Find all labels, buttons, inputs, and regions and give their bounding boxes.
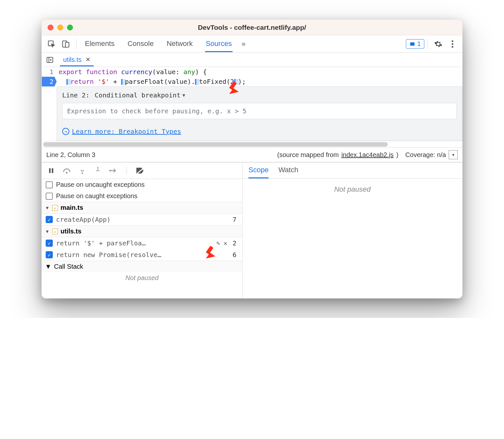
chevron-down-icon: ▼ xyxy=(45,229,50,234)
toolbar-divider xyxy=(127,167,127,174)
pause-uncaught-row[interactable]: Pause on uncaught exceptions xyxy=(42,179,242,190)
cursor-position: Line 2, Column 3 xyxy=(46,151,95,159)
devtools-window: DevTools - coffee-cart.netlify.app/ Elem… xyxy=(41,19,463,298)
tab-console[interactable]: Console xyxy=(127,36,155,52)
breakpoint-condition-input[interactable] xyxy=(62,103,457,119)
checkbox-unchecked-icon[interactable] xyxy=(46,193,53,200)
debugger-left-pane: Pause on uncaught exceptions Pause on ca… xyxy=(42,163,243,298)
svg-point-4 xyxy=(452,40,453,42)
annotation-arrow-icon xyxy=(226,81,244,98)
annotation-arrow-icon xyxy=(203,245,221,263)
chevron-down-icon: ▼ xyxy=(45,263,52,270)
chevron-down-icon: ▼ xyxy=(182,93,185,98)
inspect-element-icon[interactable] xyxy=(46,38,57,50)
breakpoint-editor: Line 2: Conditional breakpoint ▼ → Learn… xyxy=(57,86,462,141)
close-icon[interactable]: ✕ xyxy=(86,56,90,63)
svg-point-13 xyxy=(82,173,83,174)
show-navigator-button[interactable] xyxy=(44,54,55,65)
remove-breakpoint-icon[interactable]: ✕ xyxy=(223,239,227,247)
scope-not-paused: Not paused xyxy=(334,185,371,194)
gutter-line-2-breakpoint[interactable]: 2 xyxy=(42,77,57,86)
pause-button[interactable] xyxy=(46,165,57,176)
code-line-2: 2 return '$' + parseFloat(value).toFixed… xyxy=(42,77,462,86)
step-button[interactable] xyxy=(108,165,119,176)
step-over-button[interactable] xyxy=(61,165,72,176)
tab-scope[interactable]: Scope xyxy=(248,166,269,178)
checkbox-unchecked-icon[interactable] xyxy=(46,181,53,188)
breakpoint-group: ▼ ⬨ main.ts ✓ createApp(App) 7 xyxy=(42,202,242,225)
debugger-right-pane: Scope Watch Not paused xyxy=(243,163,462,298)
file-icon: ⬨ xyxy=(52,229,58,234)
toolbar-divider xyxy=(428,39,428,49)
gutter-line-1[interactable]: 1 xyxy=(42,67,57,77)
device-mode-icon[interactable] xyxy=(60,38,72,50)
scope-body: Not paused xyxy=(243,179,462,298)
issues-chip[interactable]: 1 xyxy=(406,39,424,49)
svg-marker-9 xyxy=(50,59,52,61)
checkbox-checked-icon[interactable]: ✓ xyxy=(46,216,53,223)
svg-point-6 xyxy=(452,46,453,48)
tab-elements[interactable]: Elements xyxy=(84,36,115,52)
right-pane-tabs: Scope Watch xyxy=(243,163,462,179)
toolbar-divider xyxy=(76,39,76,49)
svg-rect-7 xyxy=(47,57,53,62)
tab-watch[interactable]: Watch xyxy=(278,166,298,178)
checkbox-checked-icon[interactable]: ✓ xyxy=(46,240,53,247)
step-into-button[interactable] xyxy=(77,165,88,176)
source-map-suffix: ) xyxy=(396,151,398,159)
issues-count: 1 xyxy=(417,40,421,48)
step-out-button[interactable] xyxy=(92,165,103,176)
fullscreen-window-button[interactable] xyxy=(67,25,73,30)
svg-point-5 xyxy=(452,43,453,45)
code-line-1: 1 export function currency(value: any) { xyxy=(42,67,462,77)
svg-rect-10 xyxy=(49,168,51,173)
breakpoints-pane: Pause on uncaught exceptions Pause on ca… xyxy=(42,179,242,298)
minimize-window-button[interactable] xyxy=(57,25,63,30)
editor-statusbar: Line 2, Column 3 (source mapped from ind… xyxy=(42,147,462,162)
horizontal-scrollbar[interactable] xyxy=(42,141,462,147)
file-icon: ⬨ xyxy=(52,205,58,211)
checkbox-checked-icon[interactable]: ✓ xyxy=(46,251,53,258)
svg-rect-3 xyxy=(410,42,415,46)
arrow-right-circle-icon: → xyxy=(62,128,69,135)
breakpoint-group-header[interactable]: ▼ ⬨ utils.ts xyxy=(42,225,242,237)
more-tabs-button[interactable]: » xyxy=(242,40,246,48)
svg-point-14 xyxy=(97,167,99,169)
breakpoint-item[interactable]: ✓ createApp(App) 7 xyxy=(42,214,242,225)
svg-point-12 xyxy=(66,172,67,174)
code-editor[interactable]: 1 export function currency(value: any) {… xyxy=(42,67,462,141)
deactivate-breakpoints-button[interactable] xyxy=(135,165,146,176)
svg-rect-2 xyxy=(65,42,69,47)
code-content-1: export function currency(value: any) { xyxy=(57,67,207,77)
settings-icon[interactable] xyxy=(432,38,444,50)
window-controls xyxy=(48,25,73,30)
source-map-prefix: (source mapped from xyxy=(277,151,339,159)
code-content-2: return '$' + parseFloat(value).toFixed(2… xyxy=(57,77,246,86)
chevron-down-icon: ▼ xyxy=(45,205,50,210)
learn-more-link[interactable]: Learn more: Breakpoint Types xyxy=(72,128,181,135)
bp-line-label: Line 2: xyxy=(62,91,89,99)
file-tabs-row: utils.ts ✕ xyxy=(42,53,462,67)
svg-point-15 xyxy=(109,170,111,171)
window-title: DevTools - coffee-cart.netlify.app/ xyxy=(42,24,462,31)
callstack-not-paused: Not paused xyxy=(42,272,242,284)
file-tab-utils[interactable]: utils.ts ✕ xyxy=(60,53,94,66)
breakpoint-type-dropdown[interactable]: Conditional breakpoint ▼ xyxy=(95,91,185,99)
pause-caught-row[interactable]: Pause on caught exceptions xyxy=(42,190,242,202)
window-titlebar: DevTools - coffee-cart.netlify.app/ xyxy=(42,20,462,35)
svg-rect-11 xyxy=(52,168,53,173)
breakpoint-group-file: utils.ts xyxy=(61,228,81,235)
debugger-toolbar xyxy=(42,163,242,179)
source-map-link[interactable]: index.1ac4eab2.js xyxy=(341,151,394,159)
kebab-menu-icon[interactable] xyxy=(447,38,458,50)
main-toolbar: Elements Console Network Sources » 1 xyxy=(42,35,462,53)
show-details-button[interactable]: ▾ xyxy=(449,150,458,159)
tab-network[interactable]: Network xyxy=(166,36,193,52)
coverage-label: Coverage: n/a xyxy=(405,151,446,159)
tab-sources[interactable]: Sources xyxy=(205,36,233,52)
file-tab-label: utils.ts xyxy=(63,56,82,63)
breakpoint-group-file: main.ts xyxy=(61,204,83,211)
close-window-button[interactable] xyxy=(48,25,53,30)
debugger-split: Pause on uncaught exceptions Pause on ca… xyxy=(42,162,462,298)
breakpoint-group-header[interactable]: ▼ ⬨ main.ts xyxy=(42,202,242,214)
